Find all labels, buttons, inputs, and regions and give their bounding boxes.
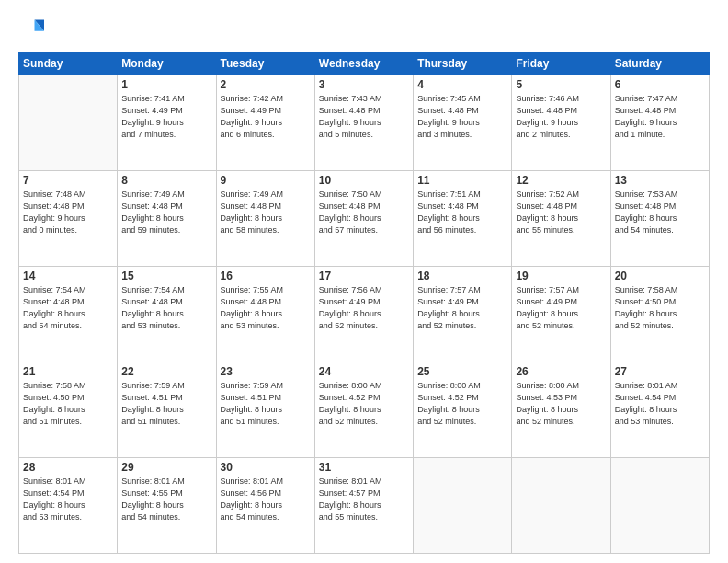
- day-info: Sunrise: 8:01 AM Sunset: 4:54 PM Dayligh…: [615, 380, 705, 428]
- day-number: 2: [221, 78, 311, 91]
- day-number: 4: [417, 78, 507, 91]
- calendar-cell: 23Sunrise: 7:59 AM Sunset: 4:51 PM Dayli…: [216, 362, 314, 458]
- day-number: 29: [121, 461, 211, 474]
- calendar-cell: 30Sunrise: 8:01 AM Sunset: 4:56 PM Dayli…: [216, 458, 314, 554]
- day-number: 11: [417, 174, 507, 187]
- day-info: Sunrise: 8:00 AM Sunset: 4:52 PM Dayligh…: [319, 380, 409, 428]
- day-info: Sunrise: 7:59 AM Sunset: 4:51 PM Dayligh…: [121, 380, 211, 428]
- day-info: Sunrise: 8:01 AM Sunset: 4:54 PM Dayligh…: [23, 476, 113, 523]
- day-info: Sunrise: 8:01 AM Sunset: 4:57 PM Dayligh…: [319, 476, 409, 523]
- day-number: 21: [23, 365, 113, 378]
- day-info: Sunrise: 7:56 AM Sunset: 4:49 PM Dayligh…: [319, 284, 409, 332]
- calendar-cell: 8Sunrise: 7:49 AM Sunset: 4:48 PM Daylig…: [118, 171, 216, 267]
- day-info: Sunrise: 7:53 AM Sunset: 4:48 PM Dayligh…: [615, 189, 705, 236]
- weekday-header-friday: Friday: [512, 52, 610, 75]
- calendar-cell: 5Sunrise: 7:46 AM Sunset: 4:48 PM Daylig…: [512, 75, 610, 171]
- day-info: Sunrise: 7:46 AM Sunset: 4:48 PM Dayligh…: [516, 93, 606, 141]
- day-info: Sunrise: 7:41 AM Sunset: 4:49 PM Dayligh…: [121, 93, 211, 141]
- day-info: Sunrise: 8:01 AM Sunset: 4:55 PM Dayligh…: [121, 476, 211, 523]
- day-info: Sunrise: 7:57 AM Sunset: 4:49 PM Dayligh…: [417, 284, 507, 332]
- day-number: 1: [121, 78, 211, 91]
- calendar-cell: 12Sunrise: 7:52 AM Sunset: 4:48 PM Dayli…: [512, 171, 610, 267]
- day-info: Sunrise: 7:55 AM Sunset: 4:48 PM Dayligh…: [221, 284, 311, 332]
- day-info: Sunrise: 7:59 AM Sunset: 4:51 PM Dayligh…: [221, 380, 311, 428]
- day-info: Sunrise: 7:54 AM Sunset: 4:48 PM Dayligh…: [121, 284, 211, 332]
- page: SundayMondayTuesdayWednesdayThursdayFrid…: [0, 0, 728, 563]
- day-info: Sunrise: 7:57 AM Sunset: 4:49 PM Dayligh…: [516, 284, 606, 332]
- calendar-cell: 6Sunrise: 7:47 AM Sunset: 4:48 PM Daylig…: [610, 75, 709, 171]
- calendar-cell: 22Sunrise: 7:59 AM Sunset: 4:51 PM Dayli…: [118, 362, 216, 458]
- day-number: 22: [121, 365, 211, 378]
- day-number: 10: [319, 174, 409, 187]
- week-row-4: 21Sunrise: 7:58 AM Sunset: 4:50 PM Dayli…: [19, 362, 710, 458]
- week-row-5: 28Sunrise: 8:01 AM Sunset: 4:54 PM Dayli…: [19, 458, 710, 554]
- day-info: Sunrise: 7:45 AM Sunset: 4:48 PM Dayligh…: [417, 93, 507, 141]
- calendar-cell: 16Sunrise: 7:55 AM Sunset: 4:48 PM Dayli…: [216, 267, 314, 362]
- day-number: 17: [319, 270, 409, 282]
- calendar-cell: 4Sunrise: 7:45 AM Sunset: 4:48 PM Daylig…: [414, 75, 512, 171]
- day-number: 23: [221, 365, 311, 378]
- calendar-cell: 17Sunrise: 7:56 AM Sunset: 4:49 PM Dayli…: [314, 267, 413, 362]
- week-row-3: 14Sunrise: 7:54 AM Sunset: 4:48 PM Dayli…: [19, 267, 710, 362]
- weekday-header-saturday: Saturday: [610, 52, 709, 75]
- week-row-1: 1Sunrise: 7:41 AM Sunset: 4:49 PM Daylig…: [19, 75, 710, 171]
- weekday-header-wednesday: Wednesday: [314, 52, 413, 75]
- day-info: Sunrise: 7:43 AM Sunset: 4:48 PM Dayligh…: [319, 93, 409, 141]
- calendar-cell: 2Sunrise: 7:42 AM Sunset: 4:49 PM Daylig…: [216, 75, 314, 171]
- calendar-cell: 26Sunrise: 8:00 AM Sunset: 4:53 PM Dayli…: [512, 362, 610, 458]
- day-number: 12: [516, 174, 606, 187]
- day-info: Sunrise: 7:54 AM Sunset: 4:48 PM Dayligh…: [23, 284, 113, 332]
- day-number: 15: [121, 270, 211, 282]
- day-info: Sunrise: 8:01 AM Sunset: 4:56 PM Dayligh…: [221, 476, 311, 523]
- calendar-cell: 9Sunrise: 7:49 AM Sunset: 4:48 PM Daylig…: [216, 171, 314, 267]
- day-number: 19: [516, 270, 606, 282]
- day-number: 20: [615, 270, 705, 282]
- calendar-cell: 14Sunrise: 7:54 AM Sunset: 4:48 PM Dayli…: [19, 267, 118, 362]
- calendar-cell: 1Sunrise: 7:41 AM Sunset: 4:49 PM Daylig…: [118, 75, 216, 171]
- weekday-header-tuesday: Tuesday: [216, 52, 314, 75]
- day-number: 18: [417, 270, 507, 282]
- day-number: 7: [23, 174, 113, 187]
- calendar-cell: 20Sunrise: 7:58 AM Sunset: 4:50 PM Dayli…: [610, 267, 709, 362]
- day-number: 13: [615, 174, 705, 187]
- day-info: Sunrise: 7:49 AM Sunset: 4:48 PM Dayligh…: [121, 189, 211, 236]
- day-number: 5: [516, 78, 606, 91]
- calendar-cell: [19, 75, 118, 171]
- day-number: 28: [23, 461, 113, 474]
- calendar-cell: 31Sunrise: 8:01 AM Sunset: 4:57 PM Dayli…: [314, 458, 413, 554]
- calendar-cell: 7Sunrise: 7:48 AM Sunset: 4:48 PM Daylig…: [19, 171, 118, 267]
- calendar-cell: 27Sunrise: 8:01 AM Sunset: 4:54 PM Dayli…: [610, 362, 709, 458]
- day-number: 14: [23, 270, 113, 282]
- calendar-cell: 29Sunrise: 8:01 AM Sunset: 4:55 PM Dayli…: [118, 458, 216, 554]
- calendar-cell: 10Sunrise: 7:50 AM Sunset: 4:48 PM Dayli…: [314, 171, 413, 267]
- logo: [18, 17, 48, 42]
- calendar-cell: 18Sunrise: 7:57 AM Sunset: 4:49 PM Dayli…: [414, 267, 512, 362]
- day-info: Sunrise: 7:50 AM Sunset: 4:48 PM Dayligh…: [319, 189, 409, 236]
- calendar-cell: 24Sunrise: 8:00 AM Sunset: 4:52 PM Dayli…: [314, 362, 413, 458]
- day-number: 9: [221, 174, 311, 187]
- weekday-header-sunday: Sunday: [19, 52, 118, 75]
- day-info: Sunrise: 7:52 AM Sunset: 4:48 PM Dayligh…: [516, 189, 606, 236]
- day-number: 27: [615, 365, 705, 378]
- day-number: 3: [319, 78, 409, 91]
- calendar-cell: 19Sunrise: 7:57 AM Sunset: 4:49 PM Dayli…: [512, 267, 610, 362]
- calendar-cell: [610, 458, 709, 554]
- day-info: Sunrise: 8:00 AM Sunset: 4:53 PM Dayligh…: [516, 380, 606, 428]
- day-number: 8: [121, 174, 211, 187]
- weekday-header-thursday: Thursday: [414, 52, 512, 75]
- calendar-cell: 25Sunrise: 8:00 AM Sunset: 4:52 PM Dayli…: [414, 362, 512, 458]
- logo-icon: [18, 17, 44, 42]
- calendar-cell: 11Sunrise: 7:51 AM Sunset: 4:48 PM Dayli…: [414, 171, 512, 267]
- day-number: 30: [221, 461, 311, 474]
- calendar-cell: 21Sunrise: 7:58 AM Sunset: 4:50 PM Dayli…: [19, 362, 118, 458]
- header: [18, 17, 710, 42]
- week-row-2: 7Sunrise: 7:48 AM Sunset: 4:48 PM Daylig…: [19, 171, 710, 267]
- day-number: 25: [417, 365, 507, 378]
- day-info: Sunrise: 7:49 AM Sunset: 4:48 PM Dayligh…: [221, 189, 311, 236]
- calendar-cell: [414, 458, 512, 554]
- day-number: 16: [221, 270, 311, 282]
- day-info: Sunrise: 7:47 AM Sunset: 4:48 PM Dayligh…: [615, 93, 705, 141]
- calendar-cell: [512, 458, 610, 554]
- weekday-header-row: SundayMondayTuesdayWednesdayThursdayFrid…: [19, 52, 710, 75]
- calendar-cell: 15Sunrise: 7:54 AM Sunset: 4:48 PM Dayli…: [118, 267, 216, 362]
